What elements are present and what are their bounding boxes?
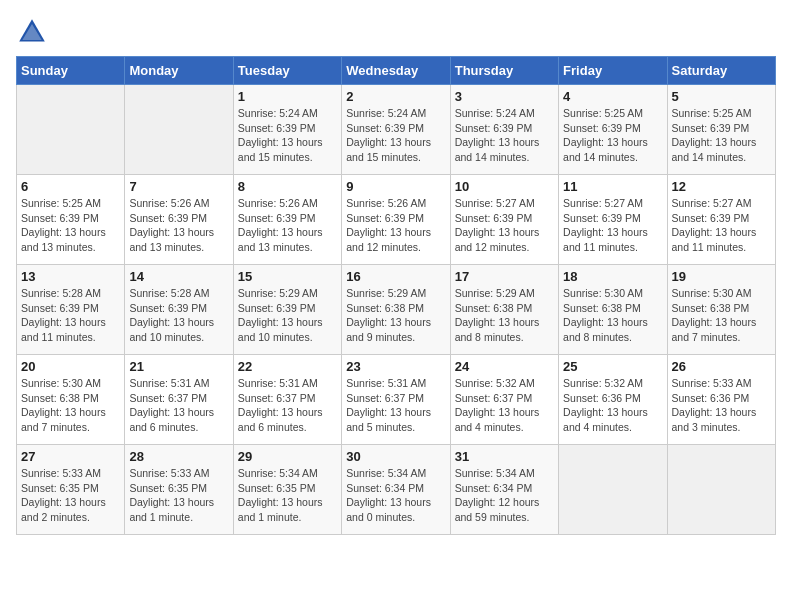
day-number: 4 (563, 89, 662, 104)
day-cell: 27Sunrise: 5:33 AM Sunset: 6:35 PM Dayli… (17, 445, 125, 535)
day-cell: 29Sunrise: 5:34 AM Sunset: 6:35 PM Dayli… (233, 445, 341, 535)
day-cell: 24Sunrise: 5:32 AM Sunset: 6:37 PM Dayli… (450, 355, 558, 445)
day-cell (667, 445, 775, 535)
day-cell: 5Sunrise: 5:25 AM Sunset: 6:39 PM Daylig… (667, 85, 775, 175)
day-number: 30 (346, 449, 445, 464)
calendar-body: 1Sunrise: 5:24 AM Sunset: 6:39 PM Daylig… (17, 85, 776, 535)
day-detail: Sunrise: 5:26 AM Sunset: 6:39 PM Dayligh… (238, 196, 337, 255)
day-number: 7 (129, 179, 228, 194)
day-detail: Sunrise: 5:33 AM Sunset: 6:36 PM Dayligh… (672, 376, 771, 435)
day-number: 8 (238, 179, 337, 194)
day-cell (125, 85, 233, 175)
day-number: 3 (455, 89, 554, 104)
column-header-monday: Monday (125, 57, 233, 85)
day-cell: 28Sunrise: 5:33 AM Sunset: 6:35 PM Dayli… (125, 445, 233, 535)
day-number: 29 (238, 449, 337, 464)
page-header (16, 16, 776, 48)
column-header-sunday: Sunday (17, 57, 125, 85)
day-detail: Sunrise: 5:30 AM Sunset: 6:38 PM Dayligh… (563, 286, 662, 345)
day-cell: 7Sunrise: 5:26 AM Sunset: 6:39 PM Daylig… (125, 175, 233, 265)
day-number: 27 (21, 449, 120, 464)
day-cell: 14Sunrise: 5:28 AM Sunset: 6:39 PM Dayli… (125, 265, 233, 355)
day-detail: Sunrise: 5:27 AM Sunset: 6:39 PM Dayligh… (563, 196, 662, 255)
day-cell: 3Sunrise: 5:24 AM Sunset: 6:39 PM Daylig… (450, 85, 558, 175)
day-cell: 22Sunrise: 5:31 AM Sunset: 6:37 PM Dayli… (233, 355, 341, 445)
column-header-wednesday: Wednesday (342, 57, 450, 85)
day-number: 24 (455, 359, 554, 374)
day-detail: Sunrise: 5:31 AM Sunset: 6:37 PM Dayligh… (346, 376, 445, 435)
day-number: 18 (563, 269, 662, 284)
week-row-4: 20Sunrise: 5:30 AM Sunset: 6:38 PM Dayli… (17, 355, 776, 445)
day-cell (559, 445, 667, 535)
day-cell: 18Sunrise: 5:30 AM Sunset: 6:38 PM Dayli… (559, 265, 667, 355)
day-cell: 20Sunrise: 5:30 AM Sunset: 6:38 PM Dayli… (17, 355, 125, 445)
day-number: 16 (346, 269, 445, 284)
column-header-tuesday: Tuesday (233, 57, 341, 85)
day-detail: Sunrise: 5:27 AM Sunset: 6:39 PM Dayligh… (672, 196, 771, 255)
day-cell: 17Sunrise: 5:29 AM Sunset: 6:38 PM Dayli… (450, 265, 558, 355)
day-detail: Sunrise: 5:24 AM Sunset: 6:39 PM Dayligh… (238, 106, 337, 165)
day-number: 26 (672, 359, 771, 374)
day-number: 21 (129, 359, 228, 374)
day-detail: Sunrise: 5:33 AM Sunset: 6:35 PM Dayligh… (21, 466, 120, 525)
day-detail: Sunrise: 5:26 AM Sunset: 6:39 PM Dayligh… (129, 196, 228, 255)
day-number: 22 (238, 359, 337, 374)
day-number: 12 (672, 179, 771, 194)
day-detail: Sunrise: 5:32 AM Sunset: 6:37 PM Dayligh… (455, 376, 554, 435)
day-cell: 19Sunrise: 5:30 AM Sunset: 6:38 PM Dayli… (667, 265, 775, 355)
day-number: 1 (238, 89, 337, 104)
day-number: 20 (21, 359, 120, 374)
day-detail: Sunrise: 5:24 AM Sunset: 6:39 PM Dayligh… (346, 106, 445, 165)
day-detail: Sunrise: 5:31 AM Sunset: 6:37 PM Dayligh… (238, 376, 337, 435)
day-cell: 9Sunrise: 5:26 AM Sunset: 6:39 PM Daylig… (342, 175, 450, 265)
day-detail: Sunrise: 5:25 AM Sunset: 6:39 PM Dayligh… (21, 196, 120, 255)
day-detail: Sunrise: 5:31 AM Sunset: 6:37 PM Dayligh… (129, 376, 228, 435)
week-row-2: 6Sunrise: 5:25 AM Sunset: 6:39 PM Daylig… (17, 175, 776, 265)
day-number: 11 (563, 179, 662, 194)
day-detail: Sunrise: 5:33 AM Sunset: 6:35 PM Dayligh… (129, 466, 228, 525)
logo-icon (16, 16, 48, 48)
day-cell: 15Sunrise: 5:29 AM Sunset: 6:39 PM Dayli… (233, 265, 341, 355)
day-number: 25 (563, 359, 662, 374)
day-detail: Sunrise: 5:25 AM Sunset: 6:39 PM Dayligh… (563, 106, 662, 165)
day-cell: 1Sunrise: 5:24 AM Sunset: 6:39 PM Daylig… (233, 85, 341, 175)
day-number: 9 (346, 179, 445, 194)
day-number: 19 (672, 269, 771, 284)
day-cell: 2Sunrise: 5:24 AM Sunset: 6:39 PM Daylig… (342, 85, 450, 175)
day-detail: Sunrise: 5:24 AM Sunset: 6:39 PM Dayligh… (455, 106, 554, 165)
day-number: 13 (21, 269, 120, 284)
column-header-friday: Friday (559, 57, 667, 85)
day-cell: 23Sunrise: 5:31 AM Sunset: 6:37 PM Dayli… (342, 355, 450, 445)
day-detail: Sunrise: 5:34 AM Sunset: 6:35 PM Dayligh… (238, 466, 337, 525)
week-row-3: 13Sunrise: 5:28 AM Sunset: 6:39 PM Dayli… (17, 265, 776, 355)
day-cell (17, 85, 125, 175)
day-cell: 16Sunrise: 5:29 AM Sunset: 6:38 PM Dayli… (342, 265, 450, 355)
day-number: 28 (129, 449, 228, 464)
day-detail: Sunrise: 5:27 AM Sunset: 6:39 PM Dayligh… (455, 196, 554, 255)
day-detail: Sunrise: 5:29 AM Sunset: 6:38 PM Dayligh… (455, 286, 554, 345)
header-row: SundayMondayTuesdayWednesdayThursdayFrid… (17, 57, 776, 85)
day-detail: Sunrise: 5:34 AM Sunset: 6:34 PM Dayligh… (455, 466, 554, 525)
day-detail: Sunrise: 5:30 AM Sunset: 6:38 PM Dayligh… (21, 376, 120, 435)
day-number: 6 (21, 179, 120, 194)
day-cell: 13Sunrise: 5:28 AM Sunset: 6:39 PM Dayli… (17, 265, 125, 355)
day-cell: 6Sunrise: 5:25 AM Sunset: 6:39 PM Daylig… (17, 175, 125, 265)
day-detail: Sunrise: 5:32 AM Sunset: 6:36 PM Dayligh… (563, 376, 662, 435)
day-cell: 26Sunrise: 5:33 AM Sunset: 6:36 PM Dayli… (667, 355, 775, 445)
column-header-saturday: Saturday (667, 57, 775, 85)
day-cell: 30Sunrise: 5:34 AM Sunset: 6:34 PM Dayli… (342, 445, 450, 535)
day-number: 31 (455, 449, 554, 464)
day-detail: Sunrise: 5:30 AM Sunset: 6:38 PM Dayligh… (672, 286, 771, 345)
day-number: 15 (238, 269, 337, 284)
day-detail: Sunrise: 5:29 AM Sunset: 6:38 PM Dayligh… (346, 286, 445, 345)
day-detail: Sunrise: 5:34 AM Sunset: 6:34 PM Dayligh… (346, 466, 445, 525)
day-cell: 31Sunrise: 5:34 AM Sunset: 6:34 PM Dayli… (450, 445, 558, 535)
day-cell: 12Sunrise: 5:27 AM Sunset: 6:39 PM Dayli… (667, 175, 775, 265)
day-number: 10 (455, 179, 554, 194)
day-detail: Sunrise: 5:28 AM Sunset: 6:39 PM Dayligh… (129, 286, 228, 345)
calendar-table: SundayMondayTuesdayWednesdayThursdayFrid… (16, 56, 776, 535)
day-cell: 11Sunrise: 5:27 AM Sunset: 6:39 PM Dayli… (559, 175, 667, 265)
day-cell: 25Sunrise: 5:32 AM Sunset: 6:36 PM Dayli… (559, 355, 667, 445)
day-number: 5 (672, 89, 771, 104)
day-number: 2 (346, 89, 445, 104)
